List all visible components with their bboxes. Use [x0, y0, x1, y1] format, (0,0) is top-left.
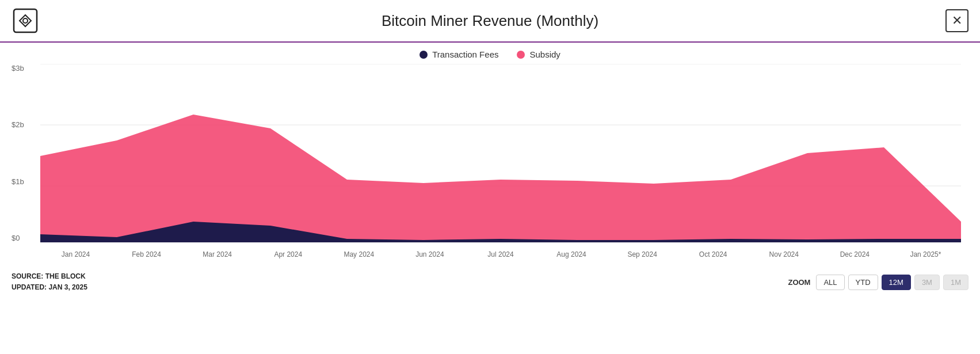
y-label-3b: $3b — [12, 64, 24, 73]
subsidy-area — [40, 115, 961, 242]
source-line1: SOURCE: THE BLOCK — [12, 271, 87, 282]
fees-dot — [420, 51, 428, 59]
legend-item-subsidy: Subsidy — [517, 50, 560, 59]
x-label-oct24: Oct 2024 — [678, 250, 749, 258]
footer: SOURCE: THE BLOCK UPDATED: JAN 3, 2025 Z… — [0, 265, 980, 293]
source-info: SOURCE: THE BLOCK UPDATED: JAN 3, 2025 — [12, 271, 87, 293]
x-label-jun24: Jun 2024 — [394, 250, 465, 258]
subsidy-label: Subsidy — [529, 50, 560, 59]
subsidy-dot — [517, 51, 525, 59]
x-label-jul24: Jul 2024 — [465, 250, 536, 258]
source-line2: UPDATED: JAN 3, 2025 — [12, 282, 87, 293]
chart-legend: Transaction Fees Subsidy — [0, 43, 980, 64]
x-label-feb24: Feb 2024 — [111, 250, 182, 258]
page-title: Bitcoin Miner Revenue (Monthly) — [382, 12, 598, 30]
logo-icon — [12, 7, 39, 35]
zoom-ytd-button[interactable]: YTD — [848, 275, 878, 290]
x-label-dec24: Dec 2024 — [819, 250, 890, 258]
x-label-aug24: Aug 2024 — [536, 250, 607, 258]
x-label-may24: May 2024 — [323, 250, 394, 258]
x-label-mar24: Mar 2024 — [182, 250, 253, 258]
zoom-all-button[interactable]: ALL — [816, 275, 844, 290]
zoom-controls: ZOOM ALL YTD 12M 3M 1M — [788, 275, 968, 290]
x-label-apr24: Apr 2024 — [253, 250, 323, 258]
svg-rect-0 — [14, 9, 37, 32]
fees-label: Transaction Fees — [432, 50, 498, 59]
x-label-jan24: Jan 2024 — [40, 250, 111, 258]
x-label-sep24: Sep 2024 — [607, 250, 678, 258]
legend-item-fees: Transaction Fees — [420, 50, 498, 59]
main-chart-svg — [40, 64, 961, 248]
x-label-jan25: Jan 2025* — [890, 250, 961, 258]
zoom-label: ZOOM — [788, 278, 810, 287]
chart-container: $3b $2b $1b $0 Jan 2024 Feb 2024 Mar 202… — [0, 64, 980, 258]
x-axis-labels: Jan 2024 Feb 2024 Mar 2024 Apr 2024 May … — [40, 248, 961, 258]
zoom-12m-button[interactable]: 12M — [882, 275, 911, 290]
y-label-0: $0 — [12, 234, 24, 242]
zoom-1m-button[interactable]: 1M — [943, 275, 968, 290]
zoom-3m-button[interactable]: 3M — [914, 275, 940, 290]
svg-point-1 — [23, 18, 28, 23]
close-button[interactable]: ✕ — [945, 9, 968, 32]
y-label-2b: $2b — [12, 120, 24, 129]
x-label-nov24: Nov 2024 — [749, 250, 819, 258]
header: Bitcoin Miner Revenue (Monthly) ✕ — [0, 0, 980, 43]
y-label-1b: $1b — [12, 177, 24, 186]
